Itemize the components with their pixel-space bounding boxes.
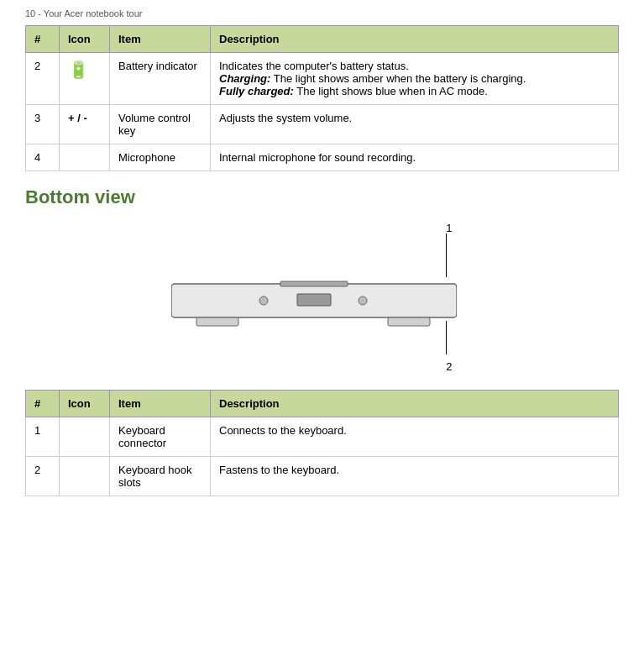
brow2-icon bbox=[60, 457, 110, 496]
svg-point-4 bbox=[259, 296, 268, 305]
table-row: 2 🔋 Battery indicator Indicates the comp… bbox=[26, 53, 619, 105]
table-row: 4 Microphone Internal microphone for sou… bbox=[26, 144, 619, 171]
brow1-item: Keyboard connector bbox=[110, 417, 211, 457]
bottom-table-header-desc: Description bbox=[211, 391, 619, 417]
svg-rect-3 bbox=[280, 281, 348, 286]
top-table-header-item: Item bbox=[110, 26, 211, 53]
row2-fully-text: The light shows blue when in AC mode. bbox=[294, 85, 488, 97]
diagram-label-1: 1 bbox=[446, 222, 452, 234]
row4-desc: Internal microphone for sound recording. bbox=[211, 144, 619, 171]
bottom-table-header-num: # bbox=[26, 391, 60, 417]
row2-fully-label: Fully charged: bbox=[219, 85, 294, 97]
svg-rect-1 bbox=[196, 317, 238, 326]
bottom-table-header-icon: Icon bbox=[60, 391, 110, 417]
row2-icon: 🔋 bbox=[60, 53, 110, 105]
row3-desc: Adjusts the system volume. bbox=[211, 105, 619, 144]
top-table: # Icon Item Description 2 🔋 Battery indi… bbox=[25, 25, 619, 171]
row4-icon bbox=[60, 144, 110, 171]
volume-icon: + / - bbox=[68, 112, 87, 124]
bottom-table: # Icon Item Description 1 Keyboard conne… bbox=[25, 390, 619, 496]
brow2-desc: Fastens to the keyboard. bbox=[211, 457, 619, 496]
diagram-line-bottom bbox=[446, 321, 447, 354]
row3-icon: + / - bbox=[60, 105, 110, 144]
top-table-header-icon: Icon bbox=[60, 26, 110, 53]
bottom-view-diagram: 1 2 bbox=[25, 222, 619, 373]
row4-item: Microphone bbox=[110, 144, 211, 171]
brow1-icon bbox=[60, 417, 110, 457]
top-table-header-desc: Description bbox=[211, 26, 619, 53]
diagram-line-top bbox=[446, 233, 447, 277]
row3-item: Volume control key bbox=[110, 105, 211, 144]
battery-icon: 🔋 bbox=[68, 60, 89, 79]
table-row: 1 Keyboard connector Connects to the key… bbox=[26, 417, 619, 457]
brow1-desc: Connects to the keyboard. bbox=[211, 417, 619, 457]
svg-rect-2 bbox=[388, 317, 430, 326]
device-svg bbox=[171, 277, 457, 328]
top-table-header-num: # bbox=[26, 26, 60, 53]
row2-charging-text: The light shows amber when the battery i… bbox=[270, 72, 526, 85]
breadcrumb: 10 - Your Acer notebook tour bbox=[25, 8, 619, 18]
brow2-item: Keyboard hook slots bbox=[110, 457, 211, 496]
svg-point-5 bbox=[359, 296, 367, 305]
row3-num: 3 bbox=[26, 105, 60, 144]
bottom-table-header-item: Item bbox=[110, 391, 211, 417]
section-heading-bottom-view: Bottom view bbox=[25, 186, 619, 208]
svg-rect-6 bbox=[297, 294, 331, 306]
brow2-num: 2 bbox=[26, 457, 60, 496]
row2-num: 2 bbox=[26, 53, 60, 105]
row2-desc-plain: Indicates the computer's battery status. bbox=[219, 60, 409, 72]
row2-item: Battery indicator bbox=[110, 53, 211, 105]
row2-charging-label: Charging: bbox=[219, 72, 270, 85]
row4-num: 4 bbox=[26, 144, 60, 171]
diagram-label-2: 2 bbox=[446, 360, 452, 373]
table-row: 2 Keyboard hook slots Fastens to the key… bbox=[26, 457, 619, 496]
brow1-num: 1 bbox=[26, 417, 60, 457]
row2-desc: Indicates the computer's battery status.… bbox=[211, 53, 619, 105]
table-row: 3 + / - Volume control key Adjusts the s… bbox=[26, 105, 619, 144]
